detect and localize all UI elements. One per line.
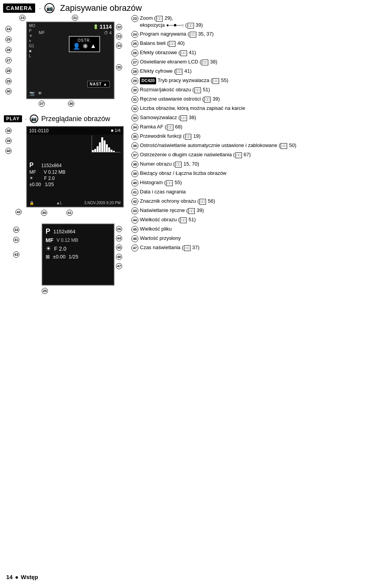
desc-num-35: 35 — [131, 133, 138, 140]
desc-item-33: 33 Samowyzwalacz (□□ 38) — [131, 114, 367, 121]
desc-text-44: Wielkość obrazu (□□ 51) — [140, 216, 367, 223]
desc-text-34: Ramka AF (□□ 68) — [140, 123, 367, 130]
desc-text-24: Program nagrywania (□□ 35, 37) — [140, 31, 367, 38]
desc-text-35: Przewodnik funkcji (□□ 19) — [140, 133, 367, 140]
callout-43: 43 — [13, 251, 19, 258]
main-layout: 23 31 24 25 26 27 28 29 30 — [0, 15, 371, 294]
callout-32: 32 — [116, 24, 122, 30]
desc-text-36: Ostrość/naświetlanie automatycznie ustaw… — [140, 142, 367, 149]
desc-num-26: 26 — [131, 50, 138, 56]
play-screen-wrapper: 38 39 40 101-0110 ■ 1/4 — [4, 126, 124, 207]
play-screen: 101-0110 ■ 1/4 — [26, 126, 124, 207]
desc-num-31: 31 — [131, 96, 138, 103]
callout-23: 23 — [19, 15, 26, 21]
desc-item-32: 32 Liczba obrazów, którą można zapisać n… — [131, 105, 367, 112]
desc-text-41: Data i czas nagrania — [140, 188, 367, 195]
desc-num-34: 34 — [131, 124, 138, 131]
callout-29: 29 — [5, 78, 12, 84]
play-info: P 1152x864 MF V 0.12 MB ☀ F 2.0 — [29, 162, 65, 187]
detail-section: 24 31 43 P 1152x864 MF V 0.12 — [12, 224, 124, 294]
desc-text-30: Rozmiar/jakość obrazu (□□ 51) — [140, 86, 367, 93]
detail-exposure: ±0.00 — [53, 254, 65, 260]
menu-icon: ≡ — [29, 39, 35, 43]
callout-47: 47 — [116, 263, 122, 269]
desc-num-40: 40 — [131, 179, 138, 186]
desc-num-42: 42 — [131, 198, 138, 205]
callout-28: 28 — [5, 68, 12, 74]
desc-item-36: 36 Ostrość/naświetlanie automatycznie us… — [131, 142, 367, 149]
camera-icon: 📷 — [44, 3, 54, 13]
desc-item-28: 28 Efekty cyfrowe (□□ 41) — [131, 68, 367, 75]
play-bottom-row: 🔒 ▲L 3.NOV.2009 9:20 PM — [29, 201, 121, 205]
callout-34: 34 — [116, 43, 122, 49]
callout-24b: 24 — [13, 227, 19, 233]
sun-icon: ☀ — [29, 34, 35, 38]
desc-num-43: 43 — [131, 207, 138, 214]
desc-text-23: Zoom (□□ 29),ekspozycja ●—■—○ (□□ 39) — [140, 15, 367, 29]
description-list: 23 Zoom (□□ 29),ekspozycja ●—■—○ (□□ 39)… — [131, 15, 367, 251]
desc-num-36: 36 — [131, 142, 138, 149]
timer-display: ⏱ 4 — [104, 31, 112, 35]
callout-37b: 37 — [39, 101, 45, 107]
callout-39: 39 — [5, 138, 12, 144]
right-panel: 23 Zoom (□□ 29),ekspozycja ●—■—○ (□□ 39)… — [128, 15, 367, 294]
header-dot: · — [39, 5, 41, 11]
footer: 14 ● Wstęp — [6, 574, 38, 580]
play-exposure: ±0.00 — [29, 182, 41, 187]
play-camera-icon: 📷 — [30, 115, 38, 123]
detail-mf: MF — [46, 237, 53, 243]
play-left-callouts: 38 39 40 — [4, 126, 15, 207]
g1-icon: G1 — [29, 44, 35, 48]
left-panel: 23 31 24 25 26 27 28 29 30 — [4, 15, 124, 294]
ostr-label: OSTR. — [73, 38, 96, 43]
desc-text-45: Wielkość pliku — [140, 226, 367, 232]
desc-item-27: 27 Oświetlanie ekranem LCD (□□ 38) — [131, 58, 367, 66]
desc-text-37: Ostrzeżenie o długim czasie naświetlania… — [140, 151, 367, 158]
mf-label: MF — [39, 30, 45, 35]
desc-num-44: 44 — [131, 217, 138, 224]
detail-bottom-callout: 25 — [42, 287, 124, 294]
play-top-row: 101-0110 — [27, 127, 123, 135]
callout-31b: 31 — [13, 237, 19, 243]
detail-aperture: F 2.0 — [54, 246, 66, 252]
desc-item-24: 24 Program nagrywania (□□ 35, 37) — [131, 31, 367, 38]
callout-27: 27 — [5, 57, 12, 63]
bullet-icon: ● — [15, 574, 19, 580]
cam-bottom-icon1: 📷 — [29, 91, 35, 96]
desc-num-39: 39 — [131, 170, 138, 177]
desc-num-47: 47 — [131, 244, 138, 251]
desc-text-38: Numer obrazu (□□ 15, 70) — [140, 161, 367, 168]
square-icon: ■ — [29, 49, 35, 53]
callout-42: 42 — [15, 209, 22, 215]
play-shutter: 1/25 — [45, 182, 54, 187]
mode-icon: MO — [29, 24, 35, 28]
callout-46: 46 — [116, 254, 122, 260]
camera-section: 23 31 24 25 26 27 28 29 30 — [4, 15, 124, 107]
detail-p: P — [46, 227, 50, 236]
desc-text-33: Samowyzwalacz (□□ 38) — [140, 114, 367, 121]
callout-26: 26 — [5, 47, 12, 53]
play-title: Przeglądanie obrazów — [41, 115, 110, 123]
desc-item-26: 26 Efekty obrazowe (□□ 41) — [131, 49, 367, 56]
desc-item-29: 29 DC420 Tryb pracy wyzwalacza (□□ 55) — [131, 77, 367, 84]
play-section: PLAY · 📷 Przeglądanie obrazów 38 39 40 — [4, 115, 124, 216]
page-title: Zapisywanie obrazów — [60, 3, 142, 13]
desc-num-27: 27 — [131, 59, 138, 66]
detail-exp-icon: ⊠ — [46, 254, 50, 260]
folder-num: 101-0110 — [29, 128, 49, 133]
nast-label: NAST ▲ — [87, 81, 110, 87]
detail-res: 1152x864 — [53, 229, 75, 234]
ostr-flower-icon: ❋ — [83, 43, 88, 50]
desc-item-41: 41 Data i czas nagrania — [131, 188, 367, 196]
play-badge: PLAY — [4, 115, 22, 122]
play-dot: · — [25, 116, 27, 122]
histogram — [92, 135, 121, 155]
callout-36: 36 — [68, 101, 74, 107]
ostr-mountain-icon: ▲ — [90, 43, 96, 50]
p-icon: P — [29, 29, 35, 33]
play-date: 3.NOV.2009 9:20 PM — [84, 201, 121, 205]
desc-num-38: 38 — [131, 161, 138, 168]
desc-item-31: 31 Ręczne ustawianie ostrości (□□ 39) — [131, 96, 367, 103]
play-mf: MF — [29, 169, 36, 175]
desc-text-26: Efekty obrazowe (□□ 41) — [140, 49, 367, 56]
